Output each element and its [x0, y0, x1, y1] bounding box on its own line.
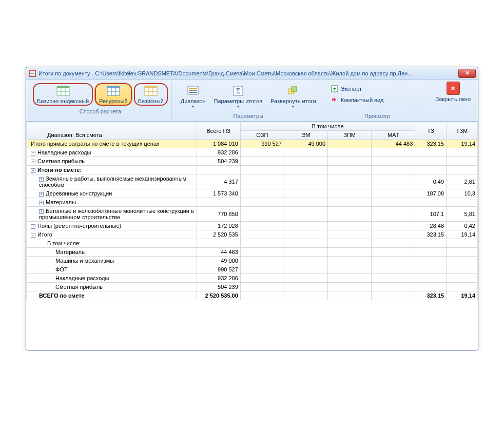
cell-tz: 323,15: [415, 230, 447, 239]
cell-tz: 0,49: [415, 174, 447, 189]
button-base[interactable]: Базисный: [133, 83, 168, 106]
table-row[interactable]: +Бетонные и железобетонные монолитные ко…: [27, 207, 478, 222]
row-label: Машины и механизмы: [27, 257, 197, 265]
button-range[interactable]: Диапазон ▾: [177, 83, 209, 111]
header-vsego-pz[interactable]: Всего ПЗ: [197, 122, 240, 140]
header-ozp[interactable]: ОЗП: [240, 131, 284, 140]
cell-zpm: [328, 230, 372, 239]
cell-tz: [415, 198, 447, 207]
cell-zpm: [328, 291, 372, 300]
cell-zpm: [328, 140, 372, 148]
row-label: +Деревянные конструкции: [27, 189, 197, 198]
row-label: В том числе:: [27, 239, 197, 248]
table-row[interactable]: Машины и механизмы49 000: [27, 257, 478, 265]
cell-tzm: [447, 148, 478, 157]
cell-tz: 28,48: [415, 222, 447, 230]
row-label: Материалы: [27, 248, 197, 257]
window-close-button[interactable]: ✕: [458, 69, 476, 78]
cell-tzm: 19,14: [447, 230, 478, 239]
tree-toggle-icon[interactable]: +: [31, 224, 35, 229]
cell-pz: 1 084 010: [197, 140, 240, 148]
cell-em: [284, 265, 327, 274]
cell-tz: [415, 148, 447, 157]
header-vtomchisle[interactable]: В том числе: [240, 122, 415, 131]
sigma-icon: Σ: [231, 85, 245, 97]
cell-ozp: [240, 189, 284, 198]
ribbon-group-params: Диапазон ▾ Σ Параметры итогов ▾ Разверну…: [174, 82, 323, 120]
cell-em: [284, 207, 327, 222]
cell-tz: 107,1: [415, 207, 447, 222]
chevron-down-icon: ▾: [192, 104, 194, 109]
table-row[interactable]: −Итого2 520 535323,1519,14: [27, 230, 478, 239]
table-row[interactable]: +Накладные расходы932 286: [27, 148, 478, 157]
tree-toggle-icon[interactable]: +: [31, 151, 35, 155]
cell-em: [284, 189, 327, 198]
cell-mat: [372, 274, 415, 283]
table-row[interactable]: Итого прямые затраты по смете в текущих …: [27, 140, 478, 148]
header-em[interactable]: ЭМ: [284, 131, 327, 140]
cell-pz: 990 527: [197, 265, 240, 274]
cell-mat: [372, 166, 415, 174]
ribbon-group-calc-label: Способ расчета: [80, 108, 121, 114]
tree-toggle-icon[interactable]: +: [39, 209, 44, 214]
close-window-label: Закрыть окно: [435, 96, 471, 102]
range-icon: [186, 85, 200, 97]
table-row[interactable]: +Материалы: [27, 198, 478, 207]
window: Итоги по документу - C:\Users\fkitelev.G…: [26, 67, 478, 350]
button-compact-view[interactable]: Компактный вид: [328, 95, 386, 105]
tree-toggle-icon[interactable]: +: [39, 192, 44, 197]
header-range[interactable]: Диапазон: Вся смета: [27, 122, 197, 140]
button-resource[interactable]: Ресурсный: [94, 83, 132, 106]
cell-pz: 932 286: [197, 148, 240, 157]
button-itog-params[interactable]: Σ Параметры итогов ▾: [210, 83, 266, 111]
tree-toggle-icon[interactable]: +: [31, 160, 35, 164]
cell-pz: 1 573 340: [197, 189, 240, 198]
tree-toggle-icon[interactable]: +: [39, 201, 44, 205]
cell-ozp: [240, 166, 284, 174]
tree-toggle-icon[interactable]: +: [39, 177, 44, 182]
cell-em: [284, 157, 327, 166]
cell-zpm: [328, 239, 372, 248]
table-row[interactable]: +Земляные работы, выполняемые механизиро…: [27, 174, 478, 189]
button-export[interactable]: Экспорт: [328, 84, 386, 94]
table-row[interactable]: ВСЕГО по смете2 520 535,00323,1519,14: [27, 291, 478, 300]
header-zpm[interactable]: ЗПМ: [328, 131, 372, 140]
cell-ozp: [240, 148, 284, 157]
table-row[interactable]: Сметная прибыль504 239: [27, 283, 478, 291]
cell-tzm: [447, 265, 478, 274]
header-tz[interactable]: ТЗ: [415, 122, 447, 140]
table-row[interactable]: +Полы (ремонтно-строительные)172 02828,4…: [27, 222, 478, 230]
table-row[interactable]: ФОТ990 527: [27, 265, 478, 274]
cell-pz: 504 239: [197, 283, 240, 291]
table-row[interactable]: Накладные расходы932 286: [27, 274, 478, 283]
close-window-button[interactable]: ✕: [447, 82, 460, 95]
button-expand-results[interactable]: Развернуть итоги ▾: [267, 83, 320, 111]
cell-mat: [372, 157, 415, 166]
table-row[interactable]: +Деревянные конструкции1 573 340187,0810…: [27, 189, 478, 198]
cell-mat: [372, 265, 415, 274]
svg-rect-16: [145, 86, 157, 88]
table-blue-icon: [106, 85, 121, 97]
cell-pz: [197, 198, 240, 207]
cell-em: [284, 274, 327, 283]
table-row[interactable]: −Итоги по смете:: [27, 166, 478, 174]
cell-tzm: 19,14: [447, 291, 478, 300]
cell-tzm: [447, 239, 478, 248]
header-mat[interactable]: МАТ: [372, 131, 415, 140]
cell-tzm: 0,42: [447, 222, 478, 230]
header-tzm[interactable]: ТЗМ: [447, 122, 478, 140]
cell-mat: [372, 207, 415, 222]
tree-toggle-icon[interactable]: −: [31, 168, 35, 173]
cell-em: 49 000: [284, 140, 327, 148]
cell-zpm: [328, 157, 372, 166]
table-row[interactable]: +Сметная прибыль504 239: [27, 157, 478, 166]
table-row[interactable]: Материалы44 483: [27, 248, 478, 257]
ribbon-group-calc: Базисно-индексный Ресурсный Базисный Спо…: [29, 82, 172, 120]
row-label: −Итого: [27, 230, 197, 239]
table-row[interactable]: В том числе:: [27, 239, 478, 248]
tree-toggle-icon[interactable]: −: [31, 233, 35, 238]
row-label: +Полы (ремонтно-строительные): [27, 222, 197, 230]
cell-ozp: 990 527: [240, 140, 284, 148]
button-base-index[interactable]: Базисно-индексный: [32, 83, 93, 106]
cell-pz: 49 000: [197, 257, 240, 265]
